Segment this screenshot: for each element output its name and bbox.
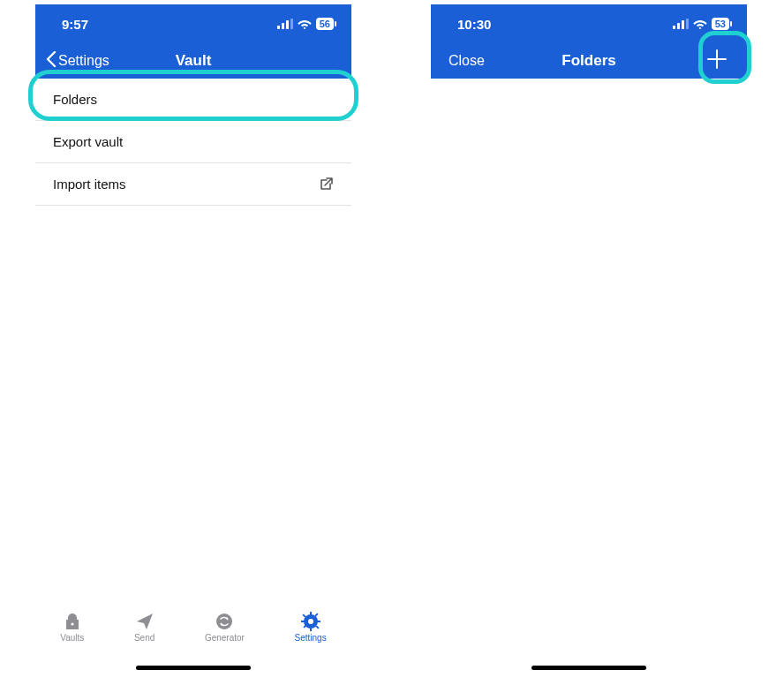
vault-options-list: Folders Export vault Import items <box>35 79 351 206</box>
close-button[interactable]: Close <box>431 53 485 69</box>
wifi-icon <box>298 19 312 29</box>
status-bar: 9:57 56 <box>35 4 351 43</box>
plus-icon <box>705 47 729 75</box>
back-label: Settings <box>58 53 109 69</box>
svg-rect-1 <box>282 23 284 29</box>
tab-label: Send <box>134 633 155 643</box>
tab-label: Vaults <box>60 633 84 643</box>
page-title: Folders <box>562 52 615 70</box>
add-folder-button[interactable] <box>697 41 736 80</box>
list-item-export-vault[interactable]: Export vault <box>35 121 351 163</box>
list-item-label: Import items <box>53 177 126 192</box>
svg-rect-16 <box>673 26 675 29</box>
svg-rect-11 <box>317 621 320 622</box>
cellular-icon <box>277 19 293 29</box>
status-right: 56 <box>277 18 334 30</box>
tab-label: Settings <box>295 633 327 643</box>
phone-right: 10:30 53 Close Folders <box>431 4 747 675</box>
svg-point-7 <box>308 619 313 624</box>
svg-rect-0 <box>277 26 280 29</box>
home-indicator[interactable] <box>136 666 251 670</box>
list-item-label: Folders <box>53 92 97 107</box>
svg-rect-19 <box>686 19 689 29</box>
tab-generator[interactable]: Generator <box>205 612 245 643</box>
cellular-icon <box>673 19 689 29</box>
svg-rect-9 <box>310 628 312 631</box>
status-time: 9:57 <box>62 17 88 32</box>
battery-icon: 53 <box>712 18 729 30</box>
external-link-icon <box>318 177 334 192</box>
tab-bar: Vaults Send Generator Settings <box>35 605 351 675</box>
svg-rect-18 <box>682 20 684 29</box>
lock-icon <box>63 612 82 631</box>
nav-bar: Close Folders <box>431 43 747 79</box>
svg-rect-10 <box>301 621 305 622</box>
nav-bar: Settings Vault <box>35 43 351 79</box>
wifi-icon <box>693 19 707 29</box>
back-button[interactable]: Settings <box>35 51 109 71</box>
chevron-left-icon <box>46 51 57 71</box>
list-item-folders[interactable]: Folders <box>35 79 351 121</box>
battery-icon: 56 <box>316 18 334 30</box>
svg-rect-2 <box>286 20 289 29</box>
paper-plane-icon <box>135 612 155 631</box>
svg-rect-17 <box>677 23 680 29</box>
tab-settings[interactable]: Settings <box>295 612 327 643</box>
tab-vaults[interactable]: Vaults <box>60 612 84 643</box>
svg-point-5 <box>216 613 232 629</box>
page-title: Vault <box>176 52 212 70</box>
phone-left: 9:57 56 Settings Vault Folders Export va… <box>35 4 351 675</box>
tab-label: Generator <box>205 633 245 643</box>
status-bar: 10:30 53 <box>431 4 747 43</box>
svg-rect-3 <box>290 19 293 29</box>
svg-rect-8 <box>310 612 312 615</box>
home-indicator[interactable] <box>531 666 646 670</box>
svg-point-4 <box>71 622 73 625</box>
tab-send[interactable]: Send <box>134 612 155 643</box>
status-right: 53 <box>673 18 729 30</box>
sync-icon <box>215 612 234 631</box>
list-item-label: Export vault <box>53 134 123 149</box>
status-time: 10:30 <box>457 17 491 32</box>
gear-icon <box>301 612 320 631</box>
list-item-import-items[interactable]: Import items <box>35 163 351 206</box>
